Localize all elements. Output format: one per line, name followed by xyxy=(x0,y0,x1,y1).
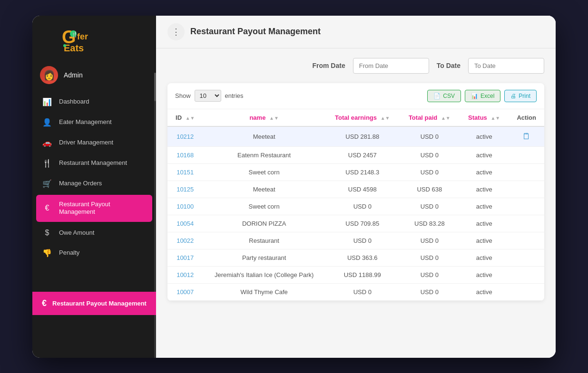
cell-total-earnings: USD 0 xyxy=(325,283,400,300)
col-total-paid[interactable]: Total paid ▲▼ xyxy=(400,109,460,126)
sidebar-item-owe-amount[interactable]: $ Owe Amount xyxy=(32,223,156,243)
cell-name: Meeteat xyxy=(203,126,325,147)
table-row: 10012 Jeremiah's Italian Ice (College Pa… xyxy=(167,266,544,283)
sidebar-item-dashboard[interactable]: 📊 Dashboard xyxy=(32,92,156,112)
status-sort-icon: ▲▼ xyxy=(490,115,500,121)
col-status[interactable]: Status ▲▼ xyxy=(460,109,509,126)
cell-action[interactable] xyxy=(509,146,544,163)
admin-row: 👩 Admin xyxy=(32,61,156,92)
logo-svg: G 🍴 fer Eats xyxy=(61,25,127,54)
cell-name: Jeremiah's Italian Ice (College Park) xyxy=(203,266,325,283)
cell-total-paid: USD 638 xyxy=(400,181,460,198)
sidebar-item-label: Dashboard xyxy=(59,98,89,106)
csv-label: CSV xyxy=(443,93,455,99)
cell-total-earnings: USD 1188.99 xyxy=(325,266,400,283)
cell-action[interactable] xyxy=(509,232,544,249)
cell-status: active xyxy=(460,232,509,249)
cell-action[interactable] xyxy=(509,266,544,283)
print-icon: 🖨 xyxy=(510,93,516,99)
csv-button[interactable]: 📄 CSV xyxy=(427,90,461,102)
top-bar: ⋮ Restaurant Payout Management xyxy=(156,16,556,48)
admin-name: Admin xyxy=(64,71,83,79)
to-date-input[interactable] xyxy=(468,58,544,74)
page-title: Restaurant Payout Management xyxy=(190,27,321,37)
cell-id: 10100 xyxy=(167,198,203,215)
cell-id: 10017 xyxy=(167,249,203,266)
cell-total-earnings: USD 2148.3 xyxy=(325,163,400,181)
excel-icon: 📊 xyxy=(471,93,478,99)
cell-action[interactable] xyxy=(509,163,544,181)
cell-total-paid: USD 0 xyxy=(400,146,460,163)
cell-total-paid: USD 0 xyxy=(400,232,460,249)
csv-icon: 📄 xyxy=(433,93,441,99)
sidebar-item-label: Restaurant Payout Management xyxy=(59,201,147,217)
cell-action[interactable] xyxy=(509,198,544,215)
cell-name: Wild Thyme Cafe xyxy=(203,283,325,300)
excel-label: Excel xyxy=(480,93,494,99)
main-content: ⋮ Restaurant Payout Management From Date… xyxy=(156,16,556,358)
cell-id: 10168 xyxy=(167,146,203,163)
table-row: 10007 Wild Thyme Cafe USD 0 USD 0 active xyxy=(167,283,544,300)
cell-id: 10125 xyxy=(167,181,203,198)
sidebar-item-label: Owe Amount xyxy=(59,229,94,237)
payout-table: ID ▲▼ name ▲▼ Total earnings ▲▼ xyxy=(167,109,544,301)
col-name[interactable]: name ▲▼ xyxy=(203,109,325,126)
cell-action[interactable] xyxy=(509,215,544,232)
print-label: Print xyxy=(519,93,530,99)
table-row: 10151 Sweet corn USD 2148.3 USD 0 active xyxy=(167,163,544,181)
cell-action[interactable] xyxy=(509,181,544,198)
id-sort-icon: ▲▼ xyxy=(186,115,195,121)
cell-total-earnings: USD 0 xyxy=(325,232,400,249)
cell-id: 10054 xyxy=(167,215,203,232)
sidebar: G 🍴 fer Eats 👩 Admin 📊 Dashboard xyxy=(32,16,156,358)
cell-total-paid: USD 0 xyxy=(400,198,460,215)
sidebar-item-driver-management[interactable]: 🚗 Driver Management xyxy=(32,133,156,153)
payout-icon: € xyxy=(42,204,52,212)
sidebar-item-label: Manage Orders xyxy=(59,180,102,188)
cell-total-paid: USD 0 xyxy=(400,163,460,181)
table-row: 10022 Restaurant USD 0 USD 0 active xyxy=(167,232,544,249)
from-date-input[interactable] xyxy=(353,58,429,74)
show-label: Show xyxy=(175,92,191,99)
svg-point-5 xyxy=(63,44,66,47)
entries-select[interactable]: 10 25 50 100 xyxy=(195,90,221,102)
sidebar-item-manage-orders[interactable]: 🛒 Manage Orders xyxy=(32,173,156,194)
table-header-row: ID ▲▼ name ▲▼ Total earnings ▲▼ xyxy=(167,109,544,126)
cell-id: 10212 xyxy=(167,126,203,147)
cell-total-earnings: USD 281.88 xyxy=(325,126,400,147)
cell-action[interactable] xyxy=(509,249,544,266)
cell-name: Meeteat xyxy=(203,181,325,198)
sidebar-item-eater-management[interactable]: 👤 Eater Management xyxy=(32,112,156,133)
cell-name: Sweet corn xyxy=(203,163,325,181)
earnings-sort-icon: ▲▼ xyxy=(381,115,390,121)
cell-status: active xyxy=(460,146,509,163)
driver-icon: 🚗 xyxy=(42,138,52,147)
cell-total-earnings: USD 4598 xyxy=(325,181,400,198)
menu-button[interactable]: ⋮ xyxy=(167,23,185,40)
sidebar-item-label: Restaurant Management xyxy=(59,159,127,167)
sidebar-item-penalty[interactable]: 👎 Penalty xyxy=(32,243,156,263)
sidebar-item-restaurant-management[interactable]: 🍴 Restaurant Management xyxy=(32,153,156,173)
cell-name: Party restaurant xyxy=(203,249,325,266)
excel-button[interactable]: 📊 Excel xyxy=(465,90,500,102)
cell-total-paid: USD 83.28 xyxy=(400,215,460,232)
cell-total-paid: USD 0 xyxy=(400,283,460,300)
sidebar-item-restaurant-payout[interactable]: € Restaurant Payout Management xyxy=(36,195,152,222)
table-row: 10100 Sweet corn USD 0 USD 0 active xyxy=(167,198,544,215)
filter-row: From Date To Date xyxy=(167,58,544,74)
sidebar-item-label: Eater Management xyxy=(59,118,112,126)
table-controls: Show 10 25 50 100 entries 📄 CSV 📊 xyxy=(167,83,544,109)
cell-status: active xyxy=(460,266,509,283)
col-id[interactable]: ID ▲▼ xyxy=(167,109,203,126)
col-total-earnings[interactable]: Total earnings ▲▼ xyxy=(325,109,400,126)
detail-icon[interactable]: 🗒 xyxy=(522,132,531,141)
cell-action[interactable]: 🗒 xyxy=(509,126,544,147)
logo-area: G 🍴 fer Eats xyxy=(32,16,156,61)
print-button[interactable]: 🖨 Print xyxy=(504,90,537,102)
app-container: G 🍴 fer Eats 👩 Admin 📊 Dashboard xyxy=(32,16,556,358)
sidebar-scrollbar xyxy=(154,73,156,358)
cell-name: Restaurant xyxy=(203,232,325,249)
cell-action[interactable] xyxy=(509,283,544,300)
from-date-label: From Date xyxy=(312,62,345,69)
dashboard-icon: 📊 xyxy=(42,97,52,106)
